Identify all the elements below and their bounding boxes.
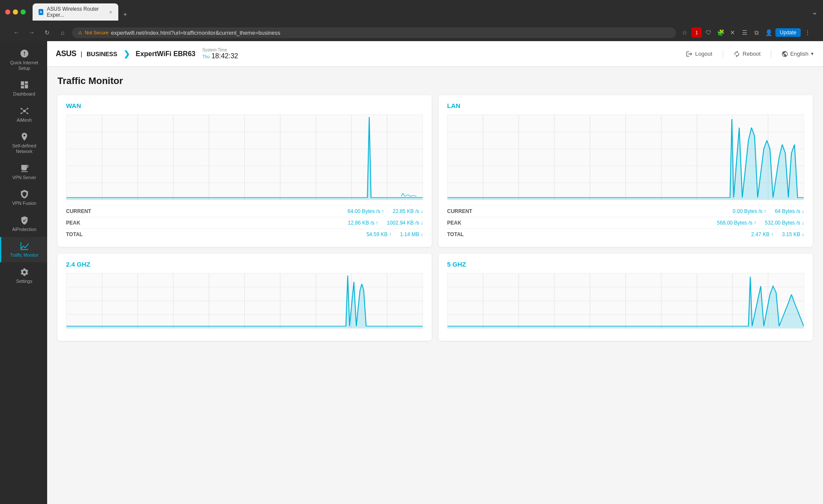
vpn-server-label: VPN Server	[12, 175, 36, 180]
lan-current-label: CURRENT	[447, 208, 481, 214]
sidebar-item-dashboard[interactable]: Dashboard	[0, 76, 47, 101]
wan-peak-up-arrow	[376, 220, 378, 226]
logout-button[interactable]: Logout	[686, 51, 712, 57]
language-label: English	[790, 51, 808, 57]
monitor-grid: WAN	[57, 95, 813, 341]
menu-dots-icon[interactable]: ⋮	[802, 27, 813, 38]
tab-close-icon[interactable]: ✕	[109, 10, 112, 15]
tabs-bar: A ASUS Wireless Router Exper... ✕ +	[33, 3, 808, 21]
update-button[interactable]: Update	[775, 28, 801, 37]
home-button[interactable]: ⌂	[57, 27, 69, 39]
back-button[interactable]: ←	[10, 27, 22, 39]
close-icon2[interactable]: ✕	[727, 27, 738, 38]
lan-peak-down: 532.00 Bytes /s	[765, 220, 804, 226]
reload-button[interactable]: ↻	[41, 27, 53, 39]
system-time-day: Thu	[202, 54, 210, 59]
lan-total-label: TOTAL	[447, 231, 481, 237]
url-text: expertwifi.net/index.html?url=trafficmon…	[111, 30, 280, 36]
logout-icon	[686, 51, 693, 57]
vpn-fusion-label: VPN Fusion	[12, 201, 36, 206]
new-tab-button[interactable]: +	[119, 9, 131, 21]
dashboard-label: Dashboard	[13, 91, 35, 97]
sidebar-item-vpn-server[interactable]: VPN Server	[0, 159, 47, 185]
tab-favicon: A	[39, 9, 43, 15]
sidebar-item-self-defined-network[interactable]: Self-defined Network	[0, 128, 47, 158]
dashboard-icon	[20, 80, 29, 90]
aimesh-label: AiMesh	[17, 117, 32, 123]
page-title: Traffic Monitor	[57, 75, 813, 87]
active-tab[interactable]: A ASUS Wireless Router Exper... ✕	[33, 3, 118, 21]
lan-peak-values: 568.00 Bytes /s 532.00 Bytes /s	[717, 220, 804, 226]
sidebar-item-quick-internet-setup[interactable]: Quick Internet Setup	[0, 45, 47, 75]
svg-line-5	[22, 109, 24, 111]
content-area: ASUS | BUSINESS ❯ ExpertWiFi EBR63 Syste…	[47, 41, 823, 504]
sidebar-toggle-icon[interactable]: ⧉	[751, 27, 762, 38]
lan-peak-down-arrow	[802, 220, 804, 226]
wan-total-label: TOTAL	[66, 231, 100, 237]
language-selector[interactable]: English ▼	[781, 51, 814, 57]
wan-current-up-arrow	[381, 208, 384, 214]
wan-peak-down: 1002.94 KB /s	[387, 220, 423, 226]
ghz24-title: 2.4 GHZ	[66, 261, 423, 268]
not-secure-label: Not Secure	[85, 30, 108, 35]
app-wrapper: Quick Internet Setup Dashboard AiMesh Se…	[0, 41, 823, 504]
sidebar-item-aimesh[interactable]: AiMesh	[0, 102, 47, 127]
quick-setup-icon	[20, 49, 29, 58]
wan-current-values: 64.00 Bytes /s 22.85 KB /s	[348, 208, 423, 214]
lan-total-up-arrow	[771, 231, 773, 237]
browser-menu-icon[interactable]: ⌄	[811, 7, 818, 17]
ghz5-title: 5 GHZ	[447, 261, 804, 268]
reboot-button[interactable]: Reboot	[733, 51, 761, 57]
ghz24-chart-svg	[66, 273, 423, 328]
sidebar-item-traffic-monitor[interactable]: Traffic Monitor	[0, 237, 47, 262]
lan-total-row: TOTAL 2.47 KB 3.15 KB	[447, 228, 804, 240]
wan-total-down: 1.14 MB	[400, 231, 423, 237]
svg-point-3	[20, 112, 22, 114]
traffic-monitor-icon	[20, 241, 29, 251]
settings-icon	[20, 267, 29, 277]
maximize-button[interactable]	[21, 9, 26, 15]
list-icon[interactable]: ☰	[739, 27, 750, 38]
ghz5-card: 5 GHZ	[439, 254, 813, 341]
logout-label: Logout	[695, 51, 712, 57]
bookmark-icon[interactable]: ☆	[679, 27, 690, 38]
main-content: Traffic Monitor WAN	[47, 67, 823, 504]
puzzle-icon[interactable]: 🧩	[715, 27, 726, 38]
lan-current-row: CURRENT 0.00 Bytes /s 64 Bytes /s	[447, 205, 804, 217]
lan-current-down: 64 Bytes /s	[775, 208, 804, 214]
vpn-server-icon	[20, 164, 29, 173]
traffic-lights	[5, 9, 26, 15]
sidebar-item-settings[interactable]: Settings	[0, 263, 47, 288]
logo-chevron-icon: ❯	[123, 49, 130, 59]
address-bar[interactable]: ⚠ Not Secure expertwifi.net/index.html?u…	[72, 27, 676, 38]
lan-current-down-arrow	[802, 208, 804, 214]
lan-total-up: 2.47 KB	[751, 231, 774, 237]
minimize-button[interactable]	[13, 9, 18, 15]
wan-card: WAN	[57, 95, 432, 247]
app-header: ASUS | BUSINESS ❯ ExpertWiFi EBR63 Syste…	[47, 41, 823, 67]
lan-peak-up-arrow	[754, 220, 756, 226]
profile-icon[interactable]: 👤	[763, 27, 774, 38]
sidebar-item-vpn-fusion[interactable]: VPN Fusion	[0, 185, 47, 210]
shield-icon[interactable]: 🛡	[703, 27, 714, 38]
header-divider-1	[723, 50, 723, 58]
nav-bar: ← → ↻ ⌂ ⚠ Not Secure expertwifi.net/inde…	[5, 24, 818, 41]
extensions-icon[interactable]: 1	[691, 27, 702, 38]
lan-total-down: 3.15 KB	[782, 231, 804, 237]
lan-card: LAN	[439, 95, 813, 247]
header-divider-2	[771, 50, 771, 58]
aiprotection-icon	[20, 216, 29, 225]
wan-total-up-arrow	[389, 231, 391, 237]
wan-current-down-arrow	[421, 208, 423, 214]
wan-total-row: TOTAL 54.59 KB 1.14 MB	[66, 228, 423, 240]
lan-peak-row: PEAK 568.00 Bytes /s 532.00 Bytes /s	[447, 217, 804, 228]
forward-button[interactable]: →	[26, 27, 38, 39]
sidebar-item-aiprotection[interactable]: AiProtection	[0, 211, 47, 237]
reboot-label: Reboot	[743, 51, 761, 57]
logo-separator: |	[81, 51, 82, 57]
close-button[interactable]	[5, 9, 10, 15]
globe-icon	[781, 51, 788, 57]
quick-setup-label: Quick Internet Setup	[10, 60, 38, 71]
svg-point-0	[23, 110, 26, 112]
lan-current-up-arrow	[764, 208, 766, 214]
